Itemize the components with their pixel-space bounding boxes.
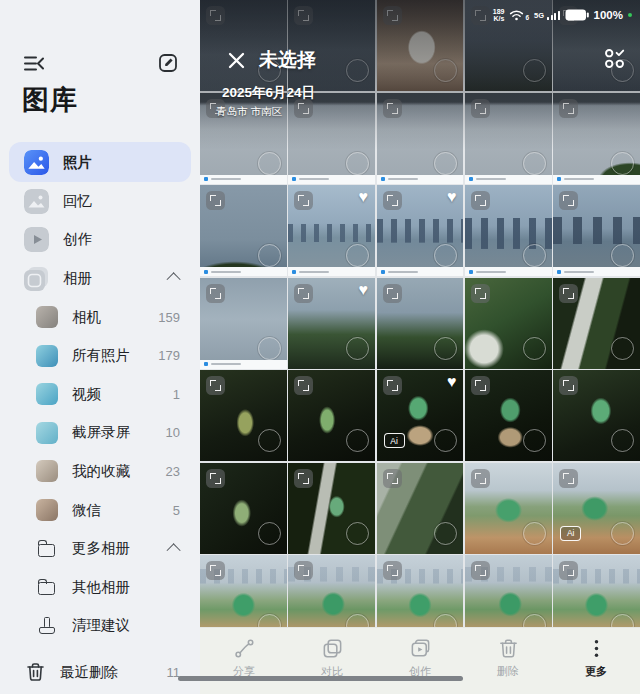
select-circle[interactable]	[611, 522, 634, 545]
network-speed: 189 K/s	[493, 8, 505, 22]
sidebar-item-album[interactable]: 所有照片 179	[0, 336, 200, 375]
photo-item[interactable]	[553, 93, 640, 184]
select-circle[interactable]	[346, 337, 369, 360]
select-circle[interactable]	[434, 244, 457, 267]
select-circle[interactable]	[523, 429, 546, 452]
album-count: 5	[173, 503, 180, 518]
home-indicator[interactable]	[178, 676, 463, 681]
photo-item[interactable]	[553, 278, 640, 369]
sidebar-item-label: 最近删除	[60, 663, 167, 682]
memories-icon	[24, 189, 49, 214]
albums-icon	[24, 266, 49, 291]
sidebar-item-create[interactable]: 创作	[0, 221, 200, 260]
photo-item[interactable]	[377, 93, 464, 184]
select-circle[interactable]	[346, 244, 369, 267]
sidebar-item-photos[interactable]: 照片	[9, 142, 191, 182]
photo-item[interactable]	[465, 278, 552, 369]
sidebar-item-recently-deleted[interactable]: 最近删除 11	[0, 640, 200, 694]
sidebar-item-album[interactable]: 我的收藏 23	[0, 452, 200, 491]
photo-item[interactable]	[553, 370, 640, 461]
photo-item[interactable]	[377, 278, 464, 369]
select-circle[interactable]	[523, 522, 546, 545]
select-circle[interactable]	[523, 152, 546, 175]
photo-item[interactable]	[465, 93, 552, 184]
select-circle[interactable]	[434, 337, 457, 360]
photo-item[interactable]	[200, 370, 287, 461]
select-circle[interactable]	[611, 337, 634, 360]
more-button[interactable]: 更多	[552, 628, 640, 694]
select-circle[interactable]	[258, 152, 281, 175]
album-label: 相机	[72, 308, 158, 327]
photo-item[interactable]: Ai	[553, 463, 640, 554]
favorite-icon: ♥	[447, 373, 457, 391]
location-text: 青岛市 市南区	[216, 105, 315, 119]
corner-frame-icon	[294, 191, 313, 210]
corner-frame-icon	[471, 284, 490, 303]
album-thumb	[36, 576, 58, 598]
photo-item[interactable]: ♥ Ai	[377, 370, 464, 461]
sidebar-item-album[interactable]: 截屏录屏 10	[0, 414, 200, 453]
photo-item[interactable]: ♥	[288, 185, 375, 276]
select-circle[interactable]	[258, 429, 281, 452]
photo-item[interactable]	[465, 185, 552, 276]
wifi-icon	[509, 9, 524, 21]
select-circle[interactable]	[523, 337, 546, 360]
close-selection-button[interactable]	[228, 52, 245, 69]
select-circle[interactable]	[611, 429, 634, 452]
compare-button[interactable]: 对比	[288, 628, 376, 694]
select-circle[interactable]	[434, 429, 457, 452]
select-circle[interactable]	[611, 244, 634, 267]
select-circle[interactable]	[346, 152, 369, 175]
photo-item[interactable]	[465, 463, 552, 554]
sidebar: 图库 照片 回忆 创作	[0, 0, 200, 694]
chevron-up-icon[interactable]	[167, 543, 181, 557]
select-circle[interactable]	[258, 244, 281, 267]
corner-frame-icon	[559, 469, 578, 488]
chevron-up-icon[interactable]	[167, 273, 181, 287]
new-album-button[interactable]	[158, 53, 178, 73]
photo-item[interactable]	[288, 370, 375, 461]
sidebar-item-album[interactable]: 相机 159	[0, 298, 200, 337]
album-thumb	[36, 615, 58, 637]
delete-icon	[497, 637, 520, 660]
corner-frame-icon	[559, 561, 578, 580]
sidebar-item-album[interactable]: 更多相册	[0, 529, 200, 568]
photo-item[interactable]	[200, 463, 287, 554]
sidebar-item-album[interactable]: 微信 5	[0, 491, 200, 530]
select-circle[interactable]	[434, 522, 457, 545]
watermark-strip	[200, 360, 287, 369]
delete-button[interactable]: 删除	[464, 628, 552, 694]
photo-item[interactable]	[200, 185, 287, 276]
select-circle[interactable]	[258, 337, 281, 360]
album-label: 微信	[72, 501, 173, 520]
network-gen-label: 5G	[534, 11, 544, 20]
sidebar-item-albums[interactable]: 相册	[0, 259, 200, 298]
photo-item[interactable]: ♥	[377, 185, 464, 276]
select-circle[interactable]	[346, 429, 369, 452]
watermark-strip	[200, 175, 287, 184]
photo-item[interactable]	[465, 370, 552, 461]
page-title: 图库	[22, 82, 78, 118]
share-icon	[233, 637, 256, 660]
select-circle[interactable]	[611, 152, 634, 175]
photo-item[interactable]	[288, 463, 375, 554]
sidebar-item-album[interactable]: 其他相册	[0, 568, 200, 607]
sidebar-item-memories[interactable]: 回忆	[0, 182, 200, 221]
create-icon	[24, 227, 49, 252]
select-circle[interactable]	[434, 152, 457, 175]
share-button[interactable]: 分享	[200, 628, 288, 694]
photo-item[interactable]	[553, 185, 640, 276]
photo-item[interactable]	[200, 278, 287, 369]
photo-item[interactable]: ♥	[288, 278, 375, 369]
corner-frame-icon	[471, 191, 490, 210]
album-label: 截屏录屏	[72, 423, 166, 442]
sidebar-item-label: 相册	[63, 269, 164, 288]
select-all-button[interactable]	[603, 47, 626, 74]
select-circle[interactable]	[523, 244, 546, 267]
collapse-sidebar-button[interactable]	[22, 54, 46, 73]
sidebar-item-album[interactable]: 视频 1	[0, 375, 200, 414]
select-circle[interactable]	[258, 522, 281, 545]
photo-item[interactable]	[377, 463, 464, 554]
select-circle[interactable]	[346, 522, 369, 545]
create-button[interactable]: 创作	[376, 628, 464, 694]
